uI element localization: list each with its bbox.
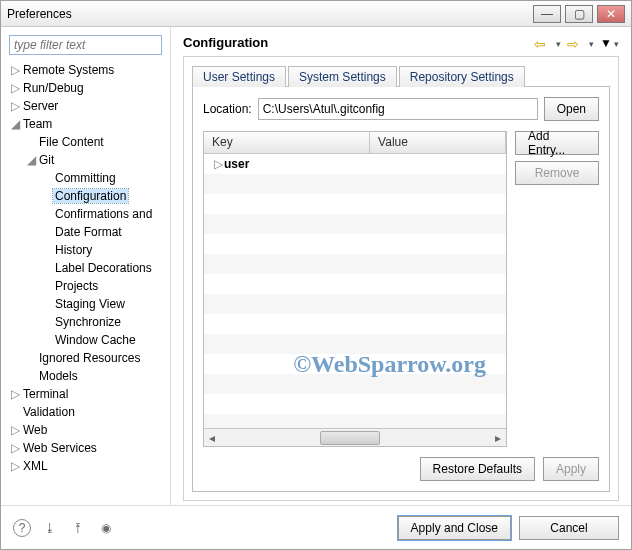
- tree-item-remote-systems[interactable]: ▷Remote Systems: [3, 61, 168, 79]
- tab-user-settings[interactable]: User Settings: [192, 66, 286, 87]
- horizontal-scrollbar[interactable]: ◂▸: [204, 428, 506, 446]
- oomph-icon[interactable]: ◉: [97, 519, 115, 537]
- tree-item-label: Models: [37, 369, 80, 383]
- tree-item-label: Committing: [53, 171, 118, 185]
- tree-item-label: Window Cache: [53, 333, 138, 347]
- tab-repository-settings[interactable]: Repository Settings: [399, 66, 525, 87]
- tree-item-file-content[interactable]: File Content: [3, 133, 168, 151]
- column-key[interactable]: Key: [204, 132, 370, 153]
- close-button[interactable]: ✕: [597, 5, 625, 23]
- location-input[interactable]: [258, 98, 538, 120]
- footer: ? ⭳ ⭱ ◉ Apply and Close Cancel: [1, 505, 631, 549]
- content-area: Configuration ▼ User SettingsSystem Sett…: [171, 27, 631, 505]
- tree-item-ignored-resources[interactable]: Ignored Resources: [3, 349, 168, 367]
- twisty-icon[interactable]: ▷: [9, 387, 21, 401]
- export-icon[interactable]: ⭱: [69, 519, 87, 537]
- tree-item-window-cache[interactable]: Window Cache: [3, 331, 168, 349]
- row-twisty-icon[interactable]: ▷: [212, 157, 224, 171]
- twisty-icon[interactable]: ▷: [9, 459, 21, 473]
- tree-item-label: Remote Systems: [21, 63, 116, 77]
- tree-item-label: Git: [37, 153, 56, 167]
- tree-item-xml[interactable]: ▷XML: [3, 457, 168, 475]
- tree-item-label: Validation: [21, 405, 77, 419]
- tree-item-team[interactable]: ◢Team: [3, 115, 168, 133]
- tree-item-label: History: [53, 243, 94, 257]
- back-icon[interactable]: [534, 36, 548, 50]
- apply-and-close-button[interactable]: Apply and Close: [398, 516, 511, 540]
- open-button[interactable]: Open: [544, 97, 599, 121]
- tree-item-label: Projects: [53, 279, 100, 293]
- table-row[interactable]: ▷user: [204, 154, 506, 174]
- tree-item-web[interactable]: ▷Web: [3, 421, 168, 439]
- tree-item-confirmations-and[interactable]: Confirmations and: [3, 205, 168, 223]
- forward-dropdown[interactable]: [587, 36, 594, 50]
- tree-item-models[interactable]: Models: [3, 367, 168, 385]
- tree-item-label: File Content: [37, 135, 106, 149]
- cancel-button[interactable]: Cancel: [519, 516, 619, 540]
- restore-defaults-button[interactable]: Restore Defaults: [420, 457, 535, 481]
- tree-item-configuration[interactable]: Configuration: [3, 187, 168, 205]
- row-key: user: [224, 157, 249, 171]
- tree-item-label: Run/Debug: [21, 81, 86, 95]
- help-icon[interactable]: ?: [13, 519, 31, 537]
- tree-item-validation[interactable]: Validation: [3, 403, 168, 421]
- tree-item-terminal[interactable]: ▷Terminal: [3, 385, 168, 403]
- remove-button[interactable]: Remove: [515, 161, 599, 185]
- tree-item-label: Confirmations and: [53, 207, 154, 221]
- twisty-icon[interactable]: ▷: [9, 81, 21, 95]
- tree-item-synchronize[interactable]: Synchronize: [3, 313, 168, 331]
- twisty-icon[interactable]: ◢: [25, 153, 37, 167]
- config-table[interactable]: Key Value ▷user ©WebSparrow.org ◂▸: [203, 131, 507, 447]
- view-menu-dropdown[interactable]: ▼: [600, 36, 619, 50]
- minimize-button[interactable]: —: [533, 5, 561, 23]
- tree-item-label-decorations[interactable]: Label Decorations: [3, 259, 168, 277]
- tree-item-label: Web: [21, 423, 49, 437]
- location-label: Location:: [203, 102, 252, 116]
- apply-button[interactable]: Apply: [543, 457, 599, 481]
- tree-item-run-debug[interactable]: ▷Run/Debug: [3, 79, 168, 97]
- tree-item-label: Ignored Resources: [37, 351, 142, 365]
- twisty-icon[interactable]: ◢: [9, 117, 21, 131]
- twisty-icon[interactable]: ▷: [9, 99, 21, 113]
- titlebar: Preferences — ▢ ✕: [1, 1, 631, 27]
- tree-item-label: Label Decorations: [53, 261, 154, 275]
- tab-system-settings[interactable]: System Settings: [288, 66, 397, 87]
- forward-icon[interactable]: [567, 36, 581, 50]
- tree-item-projects[interactable]: Projects: [3, 277, 168, 295]
- tree-item-committing[interactable]: Committing: [3, 169, 168, 187]
- tree-item-label: Web Services: [21, 441, 99, 455]
- tree-item-label: Terminal: [21, 387, 70, 401]
- tree-item-label: Team: [21, 117, 54, 131]
- twisty-icon[interactable]: ▷: [9, 63, 21, 77]
- tree-item-git[interactable]: ◢Git: [3, 151, 168, 169]
- back-dropdown[interactable]: [554, 36, 561, 50]
- tree-item-label: Date Format: [53, 225, 124, 239]
- tree-item-label: XML: [21, 459, 50, 473]
- tabs: User SettingsSystem SettingsRepository S…: [192, 66, 610, 87]
- tree-item-label: Synchronize: [53, 315, 123, 329]
- preferences-tree[interactable]: ▷Remote Systems▷Run/Debug▷Server◢TeamFil…: [1, 61, 170, 475]
- maximize-button[interactable]: ▢: [565, 5, 593, 23]
- filter-input[interactable]: [9, 35, 162, 55]
- twisty-icon[interactable]: ▷: [9, 423, 21, 437]
- tree-item-date-format[interactable]: Date Format: [3, 223, 168, 241]
- window-title: Preferences: [7, 7, 72, 21]
- twisty-icon[interactable]: ▷: [9, 441, 21, 455]
- tree-item-label: Server: [21, 99, 60, 113]
- add-entry-button[interactable]: Add Entry...: [515, 131, 599, 155]
- tree-item-label: Staging View: [53, 297, 127, 311]
- column-value[interactable]: Value: [370, 132, 506, 153]
- page-title: Configuration: [183, 35, 268, 50]
- import-icon[interactable]: ⭳: [41, 519, 59, 537]
- tree-item-staging-view[interactable]: Staging View: [3, 295, 168, 313]
- watermark: ©WebSparrow.org: [293, 351, 486, 378]
- tree-item-label: Configuration: [53, 189, 128, 203]
- tree-item-web-services[interactable]: ▷Web Services: [3, 439, 168, 457]
- tree-item-history[interactable]: History: [3, 241, 168, 259]
- tree-item-server[interactable]: ▷Server: [3, 97, 168, 115]
- sidebar: ▷Remote Systems▷Run/Debug▷Server◢TeamFil…: [1, 27, 171, 505]
